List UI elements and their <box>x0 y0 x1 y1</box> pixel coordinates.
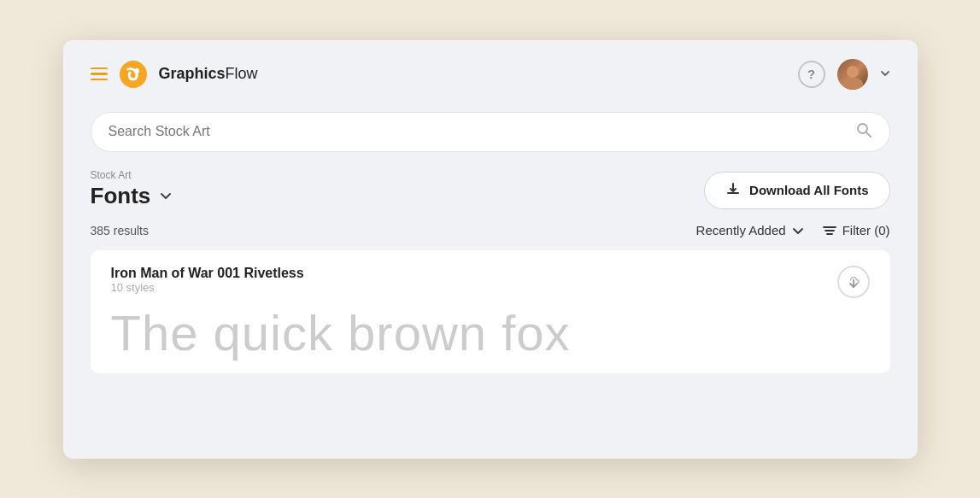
download-icon <box>725 181 741 200</box>
svg-point-0 <box>120 61 147 88</box>
toolbar-left: Stock Art Fonts <box>91 169 175 209</box>
svg-point-1 <box>134 68 139 73</box>
header-left: GraphicsFlow <box>91 61 258 88</box>
font-card-header: Iron Man of War 001 Rivetless 10 styles <box>111 266 870 302</box>
header: GraphicsFlow ? <box>63 40 918 103</box>
search-icon <box>855 121 872 143</box>
avatar-image <box>837 59 868 90</box>
header-right: ? <box>798 59 890 90</box>
fonts-dropdown-icon[interactable] <box>157 187 174 204</box>
stock-art-label: Stock Art <box>91 169 175 181</box>
filter-label: Filter (0) <box>842 223 890 237</box>
chevron-down-icon[interactable] <box>880 67 890 81</box>
avatar[interactable] <box>837 59 868 90</box>
toolbar: Stock Art Fonts Download All Fonts <box>63 166 918 220</box>
results-count: 385 results <box>91 224 149 237</box>
search-input[interactable] <box>109 124 847 139</box>
font-preview: The quick brown fox <box>111 306 870 360</box>
logo-text: GraphicsFlow <box>159 65 258 83</box>
font-name: Iron Man of War 001 Rivetless <box>111 266 304 281</box>
search-bar <box>91 112 890 152</box>
search-area <box>63 103 918 166</box>
logo-icon <box>120 61 147 88</box>
hamburger-icon[interactable] <box>91 67 108 81</box>
font-styles: 10 styles <box>111 281 304 294</box>
fonts-title: Fonts <box>91 183 151 209</box>
font-card-meta: Iron Man of War 001 Rivetless 10 styles <box>111 266 304 302</box>
svg-point-2 <box>858 124 867 133</box>
sort-label: Recently Added <box>696 223 786 237</box>
fonts-title-row: Fonts <box>91 183 175 209</box>
app-window: GraphicsFlow ? <box>63 40 918 459</box>
filter-button[interactable]: Filter (0) <box>822 223 890 238</box>
svg-line-3 <box>866 132 871 137</box>
results-bar: 385 results Recently Added Filter (0) <box>63 220 918 250</box>
download-all-label: Download All Fonts <box>749 183 868 197</box>
results-right: Recently Added Filter (0) <box>696 223 890 238</box>
font-card: Iron Man of War 001 Rivetless 10 styles … <box>91 250 890 374</box>
help-icon[interactable]: ? <box>798 61 825 88</box>
download-all-button[interactable]: Download All Fonts <box>704 172 889 209</box>
content-area: Iron Man of War 001 Rivetless 10 styles … <box>63 250 918 459</box>
sort-button[interactable]: Recently Added <box>696 223 805 237</box>
cloud-download-icon[interactable] <box>837 266 870 298</box>
